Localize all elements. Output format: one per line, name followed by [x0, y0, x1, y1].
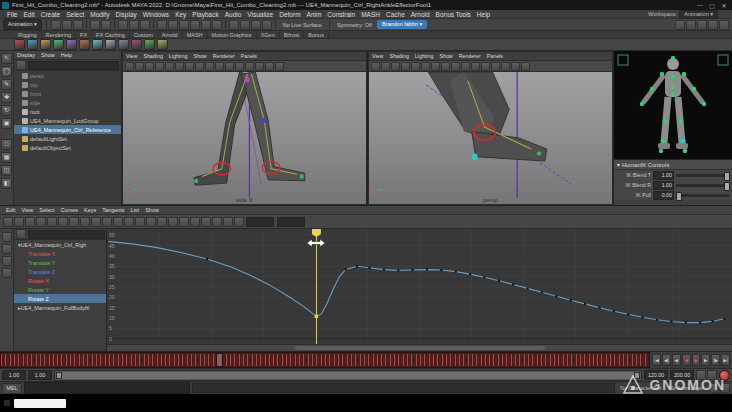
- resolution-gate-icon[interactable]: [215, 62, 224, 71]
- menu-constrain[interactable]: Constrain: [324, 11, 358, 18]
- keyframe[interactable]: [512, 283, 514, 285]
- step-forward-key-button[interactable]: ▶: [701, 354, 710, 366]
- keyframe[interactable]: [483, 276, 485, 278]
- break-tangents-icon[interactable]: [190, 217, 200, 227]
- textured-mode-icon[interactable]: [501, 62, 510, 71]
- select-camera-icon[interactable]: [371, 62, 380, 71]
- picker-control-dot[interactable]: [682, 72, 686, 76]
- range-start-handle[interactable]: [56, 372, 62, 379]
- open-scene-icon[interactable]: [62, 20, 72, 30]
- humanik-header[interactable]: ▾ HumanIK Controls: [614, 159, 732, 170]
- move-tool[interactable]: ✚: [1, 92, 12, 103]
- workspace-selector[interactable]: Workspace: Animation ▾: [648, 10, 718, 19]
- character-picker[interactable]: [614, 51, 732, 159]
- toe-control-dot[interactable]: [537, 151, 541, 155]
- picker-control-dot[interactable]: [679, 119, 683, 123]
- animation-start-field[interactable]: 1.00: [2, 370, 26, 380]
- shaded-mode-icon[interactable]: [491, 62, 500, 71]
- wireframe-mode-icon[interactable]: [235, 62, 244, 71]
- curves-tool-icon[interactable]: [14, 39, 25, 50]
- bookmark-icon[interactable]: [155, 62, 164, 71]
- humanik-value-field[interactable]: 0.00: [653, 191, 674, 200]
- heel-control-dot[interactable]: [194, 179, 198, 183]
- anim-layer-menu[interactable]: No Anim Layer: [666, 385, 707, 391]
- playback-start-field[interactable]: 1.00: [28, 370, 52, 380]
- symmetry-selector[interactable]: Symmetry: Off: [334, 22, 375, 28]
- keyframe[interactable]: [498, 280, 500, 282]
- go-to-start-button[interactable]: |◀: [652, 354, 661, 366]
- menu-set-selector[interactable]: Animation ▾: [3, 19, 42, 30]
- outliner-search-input[interactable]: [28, 61, 119, 70]
- picker-control-dot[interactable]: [650, 87, 654, 91]
- lights-toggle-icon[interactable]: [511, 62, 520, 71]
- menu-playback[interactable]: Playback: [189, 11, 221, 18]
- ipr-render-icon[interactable]: [251, 20, 261, 30]
- grid-toggle-icon[interactable]: [195, 62, 204, 71]
- keyframe[interactable]: [356, 265, 358, 267]
- buffer-curve-snapshot-icon[interactable]: [168, 217, 178, 227]
- outliner-item-front[interactable]: front: [14, 89, 121, 98]
- taskbar-app-button[interactable]: [14, 399, 66, 408]
- time-snap-icon[interactable]: [223, 217, 233, 227]
- viewport-left[interactable]: ViewShadingLightingShowRendererPanels: [122, 51, 367, 205]
- keyframe[interactable]: [598, 307, 600, 309]
- channel-search-input[interactable]: [28, 230, 105, 239]
- shelf-tab-arnold[interactable]: Arnold: [158, 32, 183, 38]
- keyframe[interactable]: [656, 319, 658, 321]
- snap-point-icon[interactable]: [179, 20, 189, 30]
- menu-key[interactable]: Key: [172, 11, 189, 18]
- channel-ue4-mannequin-fullbodyik[interactable]: ▸ UE4_Mannequin_FullBodyIK: [14, 303, 106, 312]
- graph-editor-canvas[interactable]: 50454035302520151050: [107, 229, 732, 351]
- outliner-menu-show[interactable]: Show: [38, 52, 58, 58]
- time-slider[interactable]: [0, 352, 650, 368]
- menu-modify[interactable]: Modify: [87, 11, 112, 18]
- scale-tool[interactable]: ▣: [1, 118, 12, 129]
- film-gate-icon[interactable]: [205, 62, 214, 71]
- hip-control-dot[interactable]: [245, 77, 250, 82]
- shelf-tab-bifrost[interactable]: Bifrost: [280, 32, 305, 38]
- paint-select-tool[interactable]: ✎: [1, 79, 12, 90]
- outliner-menu-help[interactable]: Help: [58, 52, 75, 58]
- joint-tool-icon[interactable]: [92, 39, 103, 50]
- channel-ue4-mannequin-ctrl-righ[interactable]: ▾ UE4_Mannequin_Ctrl_Righ: [14, 240, 106, 249]
- construction-history-icon[interactable]: [229, 20, 239, 30]
- set-key-icon[interactable]: [144, 39, 155, 50]
- ge-menu-tangents[interactable]: Tangents: [99, 207, 127, 213]
- menu-help[interactable]: Help: [474, 11, 493, 18]
- keyframe[interactable]: [627, 313, 629, 315]
- picker-control-dot[interactable]: [671, 75, 675, 79]
- step-back-key-button[interactable]: ◀: [672, 354, 681, 366]
- cylinder-primitive-icon[interactable]: [53, 39, 64, 50]
- vp-right-menu-lighting[interactable]: Lighting: [412, 53, 437, 59]
- single-pane-layout[interactable]: □: [1, 139, 12, 150]
- skin-bind-icon[interactable]: [118, 39, 129, 50]
- ge-menu-show[interactable]: Show: [142, 207, 162, 213]
- lights-toggle-icon[interactable]: [265, 62, 274, 71]
- workspace-value[interactable]: Animation ▾: [679, 10, 718, 19]
- render-settings-icon[interactable]: [262, 20, 272, 30]
- keyframe[interactable]: [723, 318, 725, 320]
- channel-translate-x[interactable]: Translate X: [14, 249, 106, 258]
- vp-left-menu-lighting[interactable]: Lighting: [166, 53, 191, 59]
- outliner-item-defaultobjectset[interactable]: defaultObjectSet: [14, 143, 121, 152]
- step-forward-frame-button[interactable]: |▶: [711, 354, 720, 366]
- keyframe[interactable]: [383, 268, 385, 270]
- animation-curve-path[interactable]: [107, 241, 724, 322]
- shelf-tab-bonus[interactable]: Bonus: [304, 32, 329, 38]
- viewport-right-view[interactable]: persp: [369, 72, 612, 204]
- outliner-item-ue4_mannequin_ctrl_reference[interactable]: UE4_Mannequin_Ctrl_Reference: [14, 125, 121, 134]
- viewport-left-view[interactable]: side X: [123, 72, 366, 204]
- menu-select[interactable]: Select: [63, 11, 87, 18]
- menu-visualize[interactable]: Visualize: [244, 11, 276, 18]
- insert-keys-icon[interactable]: [14, 217, 24, 227]
- stacked-view-icon[interactable]: [2, 244, 12, 254]
- keyframe[interactable]: [206, 258, 208, 260]
- vp-left-menu-view[interactable]: View: [123, 53, 140, 59]
- ge-menu-edit[interactable]: Edit: [3, 207, 18, 213]
- menu-deform[interactable]: Deform: [276, 11, 303, 18]
- swap-buffer-curve-icon[interactable]: [179, 217, 189, 227]
- humanik-value-field[interactable]: 1.00: [653, 171, 674, 180]
- custom-user-menu-button[interactable]: Brandon fabbri ▾: [377, 20, 427, 29]
- bookmark-icon[interactable]: [401, 62, 410, 71]
- keyframe[interactable]: [527, 287, 529, 289]
